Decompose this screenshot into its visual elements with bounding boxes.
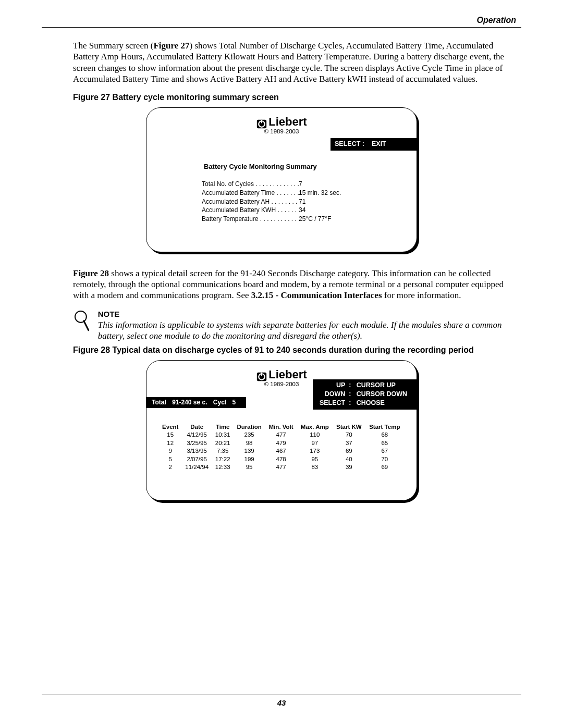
para1-text-a: The Summary screen ( [73,41,153,51]
cell: 12 [159,439,182,448]
figure-27-caption: Figure 27 Battery cycle monitoring summa… [42,93,521,102]
status-range: 91-240 se c. [172,399,207,406]
col-min-volt: Min. Volt [265,424,297,431]
cell: 467 [265,447,297,455]
figure-28-ref: Figure 28 [73,268,109,278]
menu-select-label: SELECT [317,399,345,408]
spec-value: 71 [299,198,383,206]
detail-paragraph: Figure 28 shows a typical detail screen … [42,268,521,301]
col-duration: Duration [234,424,265,431]
spec-value: 7 [299,180,383,189]
svg-line-4 [84,321,89,330]
status-cycl-label: Cycl [213,399,226,406]
cell: 235 [234,431,265,439]
note-head: NOTE [98,310,521,318]
status-bar: Total 91-240 se c. Cycl 5 [146,397,246,408]
cell: 7:35 [212,447,234,455]
discharge-table: Event Date Time Duration Min. Volt Max. … [159,424,404,472]
cell: 65 [365,439,404,448]
cell: 9 [159,447,182,455]
screen27-title: Battery Cycle Monitoring Summary [204,163,404,170]
brand-copyright: © 1989-2003 [159,128,404,134]
cell: 69 [365,463,404,472]
footer-rule [42,695,521,695]
cell: 70 [365,455,404,464]
status-total-label: Total [152,399,166,406]
cell: 40 [333,455,365,464]
figure-28-caption: Figure 28 Typical data on discharge cycl… [42,346,521,355]
cell: 2 [159,463,182,472]
cell: 477 [265,431,297,439]
cell: 98 [234,439,265,448]
cell: 173 [297,447,333,455]
cell: 67 [365,447,404,455]
para2-text-c: for more information. [382,290,461,300]
spec-label: Accumulated Battery Time . . . . . . . [202,189,299,198]
cell: 17:22 [212,455,234,464]
screen-panel: Liebert © 1989-2003 SELECT : EXIT Batter… [146,107,417,252]
col-event: Event [159,424,182,431]
cell: 20:21 [212,439,234,448]
section-ref-3215: 3.2.15 - Communication Interfaces [251,290,382,300]
col-start-temp: Start Temp [365,424,404,431]
cell: 4/12/95 [182,431,212,439]
spec-row: Accumulated Battery Time . . . . . . .15… [202,189,383,198]
menu-bar: UP : CURSOR UP DOWN : CURSOR DOWN SELECT… [313,379,417,410]
cell: 15 [159,431,182,439]
cell: 68 [365,431,404,439]
table-row: 211/24/9412:3395477833969 [159,463,404,472]
spec-row: Battery Temperature . . . . . . . . . . … [202,215,383,224]
table-row: 93/13/957:351394671736967 [159,447,404,455]
spec-value: 25°C / 77°F [299,215,383,224]
figure-27-screen: Liebert © 1989-2003 SELECT : EXIT Batter… [146,107,417,252]
cell: 11/24/94 [182,463,212,472]
cell: 95 [234,463,265,472]
cell: 95 [297,455,333,464]
cell: 70 [333,431,365,439]
spec-value: 15 min. 32 sec. [299,189,383,198]
brand-name: Liebert [268,368,307,381]
cell: 12:33 [212,463,234,472]
cell: 199 [234,455,265,464]
cell: 3/13/95 [182,447,212,455]
spec-label: Total No. of Cycles . . . . . . . . . . … [202,180,299,189]
spec-row: Accumulated Battery AH . . . . . . . .71 [202,198,383,206]
menu-bar: SELECT : EXIT [331,138,417,151]
col-time: Time [212,424,234,431]
page-number: 43 [42,698,521,707]
cell: 10:31 [212,431,234,439]
spec-label: Accumulated Battery KWH . . . . . . . [202,206,299,215]
table-body: 154/12/9510:312354771107068 123/25/9520:… [159,431,404,472]
figure-28-screen: Liebert © 1989-2003 UP : CURSOR UP DOWN … [146,360,417,501]
cell: 110 [297,431,333,439]
spec-row: Total No. of Cycles . . . . . . . . . . … [202,180,383,189]
menu-select-label: SELECT : [335,140,368,149]
spec-row: Accumulated Battery KWH . . . . . . .34 [202,206,383,215]
liebert-logo-icon [256,371,267,382]
table-row: 52/07/9517:22199478954070 [159,455,404,464]
svg-point-3 [75,311,87,323]
spec-label: Accumulated Battery AH . . . . . . . . [202,198,299,206]
note-block: NOTE This information is applicable to s… [42,310,521,342]
header-section-label: Operation [42,16,521,25]
note-content: NOTE This information is applicable to s… [98,310,521,342]
spec-value: 34 [299,206,383,215]
liebert-logo-icon [256,118,267,130]
cell: 5 [159,455,182,464]
cell: 83 [297,463,333,472]
menu-select-action: EXIT [372,140,386,147]
figure-27-ref: Figure 27 [153,41,189,51]
cell: 97 [297,439,333,448]
cell: 479 [265,439,297,448]
cell: 39 [333,463,365,472]
menu-down-action: CURSOR DOWN [357,390,407,398]
cell: 69 [333,447,365,455]
magnifier-icon [73,310,91,335]
note-body: This information is applicable to system… [98,319,521,342]
footer: 43 [42,695,521,707]
cell: 478 [265,455,297,464]
table-row: 123/25/9520:2198479973765 [159,439,404,448]
menu-up-label: UP [317,381,345,390]
cell: 477 [265,463,297,472]
col-max-amp: Max. Amp [297,424,333,431]
